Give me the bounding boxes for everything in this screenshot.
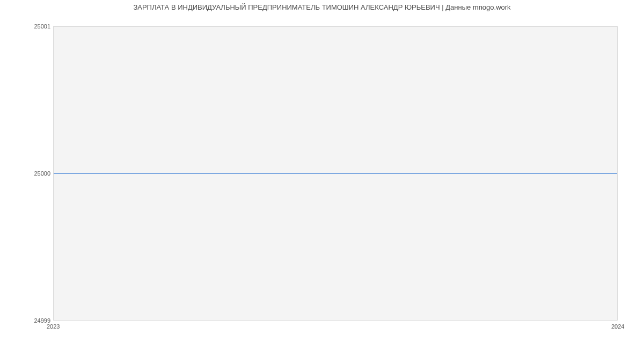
y-tick-top: 25001: [24, 23, 50, 30]
x-tick-right: 2024: [611, 323, 624, 330]
y-tick-mid: 25000: [24, 170, 50, 177]
chart-title: ЗАРПЛАТА В ИНДИВИДУАЛЬНЫЙ ПРЕДПРИНИМАТЕЛ…: [0, 3, 644, 11]
x-tick-left: 2023: [47, 323, 60, 330]
plot-area: [53, 26, 618, 321]
data-line: [54, 173, 617, 174]
chart-container: ЗАРПЛАТА В ИНДИВИДУАЛЬНЫЙ ПРЕДПРИНИМАТЕЛ…: [0, 0, 644, 349]
